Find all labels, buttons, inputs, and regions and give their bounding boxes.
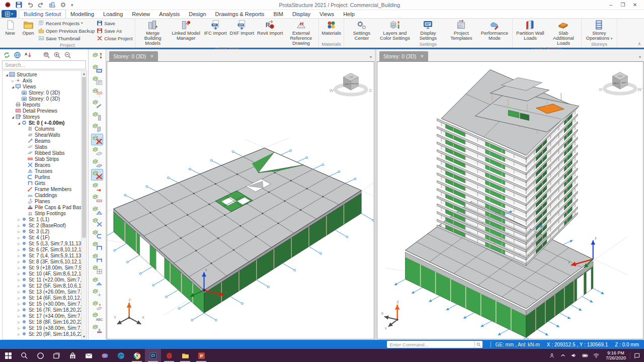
ribbon-tab-building-setout[interactable]: Building Setout xyxy=(19,10,66,18)
tc-strip-button[interactable] xyxy=(91,193,103,204)
revit-import-button[interactable]: RRevit Import xyxy=(256,19,284,36)
tree-item[interactable]: Braces xyxy=(3,162,81,168)
open-button[interactable]: Open xyxy=(19,19,37,36)
taskbar-store-icon[interactable] xyxy=(64,349,80,362)
tree-item[interactable]: ▷St: 6 (2F, Sim:8,10,12,14) xyxy=(3,246,81,252)
viewport-left-tab[interactable]: Storey: 0 (3D) ✕ xyxy=(109,51,158,61)
tree-item[interactable]: ShearWalls xyxy=(3,132,81,138)
taskbar-clock[interactable]: 9:16 PM 7/26/2020 xyxy=(603,350,629,361)
viewport-right-canvas[interactable]: ZXXYZNWTOPBACKLEFT xyxy=(377,61,643,339)
open-previous-backup-button[interactable]: Open Previous Backup xyxy=(38,27,95,34)
new-button[interactable]: New xyxy=(1,19,19,36)
tree-item[interactable]: ▷St: 9 (+18.00m, Sim:7,5,11,13,... xyxy=(3,264,81,270)
taskbar-snip-icon[interactable] xyxy=(97,349,113,362)
tree-item[interactable]: 3DStorey: 0 (3D) xyxy=(3,89,81,96)
podium-3d-model[interactable]: ZXYYXZWSTOPLEFTFRONT xyxy=(107,62,374,339)
tc-layers-button[interactable] xyxy=(91,51,103,62)
tree-expander[interactable]: ▷ xyxy=(17,332,21,336)
viewport-right-tab-list-icon[interactable]: ▾ xyxy=(639,55,641,59)
tree-expander[interactable]: ◢ xyxy=(11,85,15,88)
tree-item[interactable]: Planes xyxy=(3,198,81,204)
merge-building-models-button[interactable]: Merge Building Models xyxy=(136,19,170,46)
tree-expander[interactable]: ◢ xyxy=(5,73,9,76)
maximize-button[interactable]: ❐ xyxy=(618,2,628,8)
tc-slab-strip-button[interactable] xyxy=(91,181,103,193)
tree-expander[interactable]: ▷ xyxy=(17,284,21,288)
tree-expander[interactable]: ◢ xyxy=(11,115,15,119)
tree-item[interactable]: ◢St: 0 ( +-0.00m) xyxy=(3,120,81,126)
tray-chevron-up-icon[interactable] xyxy=(557,352,569,359)
tree-expander[interactable]: ▷ xyxy=(17,326,21,330)
tree-item[interactable]: ▷St: 10 (4F, Sim:8,6,12,14) xyxy=(3,270,81,277)
tree-item[interactable]: ▷St: 2 (BaseRoof) xyxy=(3,222,81,228)
ribbon-tab-design[interactable]: Design xyxy=(184,10,210,18)
tree-item[interactable]: Purlins xyxy=(3,174,81,180)
taskbar-cortana-icon[interactable] xyxy=(32,349,48,362)
tc-footing-button[interactable] xyxy=(91,323,103,334)
tree-item[interactable]: Trusses xyxy=(3,168,81,174)
tower-3d-model[interactable]: ZXXYZNWTOPBACKLEFT xyxy=(377,62,643,339)
tree-item[interactable]: ▷St: 17 (+34.00m, Sim:7,9,11,1... xyxy=(3,313,81,319)
scrollbar-thumb[interactable] xyxy=(82,77,86,238)
gear-icon[interactable] xyxy=(59,1,67,9)
tree-item[interactable]: ▷St: 1 (L1) xyxy=(3,216,81,222)
save-blue-icon[interactable] xyxy=(15,1,23,9)
taskbar-edge-icon[interactable] xyxy=(113,349,129,362)
sort-az-icon[interactable]: A xyxy=(24,51,32,59)
tree-expander[interactable]: ▷ xyxy=(17,248,21,251)
close-button[interactable]: ✕ xyxy=(630,2,640,8)
tree-expander[interactable]: ▷ xyxy=(11,79,15,82)
tree-item[interactable]: ▷St: 4 (1F) xyxy=(3,234,81,240)
external-reference-drawing-button[interactable]: HExternal Reference Drawing xyxy=(284,19,317,46)
viewport-left-tab-list-icon[interactable]: ▾ xyxy=(370,55,372,59)
recent-projects-button[interactable]: Recent Projects▾ xyxy=(38,20,95,27)
tree-item[interactable]: Slab Strips xyxy=(3,156,81,162)
model-view-icon[interactable] xyxy=(48,1,56,9)
tree-expander[interactable]: ▷ xyxy=(17,314,21,318)
command-input[interactable] xyxy=(387,342,474,347)
tree-item[interactable]: Pile Caps & Pad Bases xyxy=(3,204,81,210)
partition-wall-loads-button[interactable]: Partition Wall Loads xyxy=(514,19,547,41)
tc-slab-hide-button[interactable] xyxy=(91,169,103,180)
tc-abc-button[interactable]: ABC xyxy=(91,311,103,322)
tree-item[interactable]: Ribbed Slabs xyxy=(3,150,81,156)
tc-cladding-button[interactable] xyxy=(91,276,103,287)
tc-wall-button[interactable] xyxy=(91,122,103,133)
materials-button[interactable]: Materials xyxy=(320,19,343,36)
refresh-icon[interactable] xyxy=(3,51,11,59)
viewport-right-tab[interactable]: Storey: 0 (3D) ✕ xyxy=(379,51,428,61)
tc-purlin-button[interactable] xyxy=(91,228,103,240)
tree-expander[interactable]: ▷ xyxy=(17,242,21,245)
ribbon-tab-drawings-reports[interactable]: Drawings & Reports xyxy=(211,10,269,18)
display-settings-button[interactable]: Display Settings xyxy=(412,19,445,41)
close-project-button[interactable]: Close Project xyxy=(97,35,133,42)
tree-expander[interactable]: ◢ xyxy=(17,121,21,125)
tree-search-input[interactable] xyxy=(3,62,86,68)
tc-plane-button[interactable] xyxy=(91,299,103,311)
scroll-up-icon[interactable]: ▲ xyxy=(83,71,86,76)
ribbon-tab-help[interactable]: Help xyxy=(339,10,359,18)
tree-expander[interactable]: ▷ xyxy=(17,272,21,276)
tree-item[interactable]: Slabs xyxy=(3,144,81,150)
ifc-import-button[interactable]: IFCIFC Import xyxy=(203,19,228,36)
tree-expander[interactable]: ▷ xyxy=(17,278,21,282)
viewport-left-canvas[interactable]: ZXYYXZWSTOPLEFTFRONT xyxy=(107,61,374,339)
tree-item[interactable]: Girts xyxy=(3,180,81,186)
taskbar-start-icon[interactable] xyxy=(0,349,16,362)
tree-item[interactable]: ▷St: 5 (L3, Sim:7,9,11,13,15,17,... xyxy=(3,240,81,246)
tc-wall-hide-button[interactable] xyxy=(91,134,103,145)
app-logo-icon[interactable] xyxy=(4,1,12,9)
tree-expander[interactable]: ▷ xyxy=(17,320,21,324)
tree-item[interactable]: Detail Previews xyxy=(3,108,81,114)
tc-beam-button[interactable] xyxy=(91,98,103,110)
taskbar-explorer-icon[interactable] xyxy=(177,349,193,362)
tree-item[interactable]: ▷St: 12 (5F, Sim:8,10,6,14) xyxy=(3,283,81,289)
tc-axes-button[interactable] xyxy=(91,86,103,98)
tree-item[interactable]: ▷St: 16 (7F, Sim:18,20,22,24,26... xyxy=(3,307,81,313)
tray-wifi-icon[interactable] xyxy=(591,352,602,359)
tree-item[interactable]: ▷St: 8 (3F, Sim:6,10,12,14) xyxy=(3,258,81,264)
globe-icon[interactable] xyxy=(14,51,21,59)
tc-axis-dots-button[interactable] xyxy=(91,287,103,299)
tree-expander[interactable]: ▷ xyxy=(17,254,21,257)
zoom-in-red-icon[interactable] xyxy=(53,51,61,59)
